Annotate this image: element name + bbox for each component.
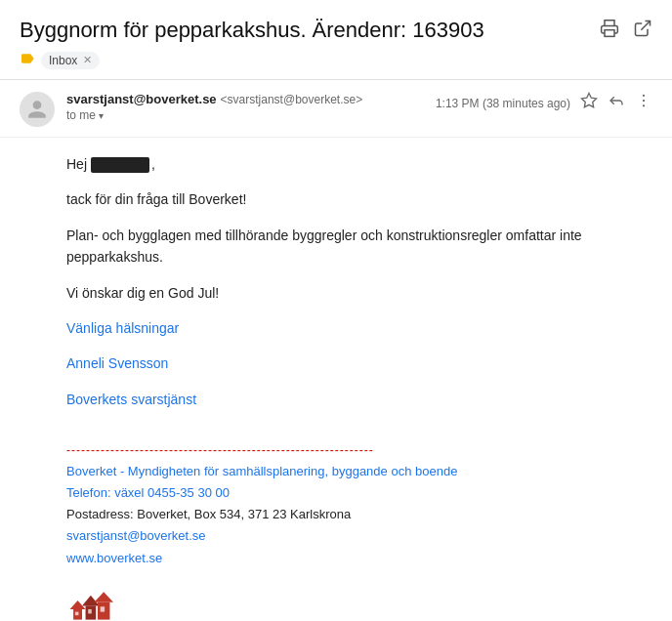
sig-web-link[interactable]: www.boverket.se <box>66 551 162 565</box>
svg-rect-13 <box>88 609 92 613</box>
to-chevron-icon[interactable]: ▾ <box>99 110 104 121</box>
to-label: to me <box>66 108 96 122</box>
email-subject: Byggnorm för pepparkakshus. Ärendenr: 16… <box>20 18 600 43</box>
sender-row: svarstjanst@boverket.se <svarstjanst@bov… <box>0 80 672 138</box>
boverket-logo-svg <box>66 583 145 621</box>
body-paragraph-3: Vi önskar dig en God Jul! <box>66 282 652 304</box>
inbox-tag-label: Inbox <box>49 54 77 67</box>
svg-rect-12 <box>75 611 79 615</box>
email-header: Byggnorm för pepparkakshus. Ärendenr: 16… <box>0 0 672 80</box>
email-body: Hej , tack för din fråga till Boverket! … <box>0 138 672 439</box>
org-name-link[interactable]: Boverkets svarstjänst <box>66 392 196 407</box>
svg-line-1 <box>641 21 650 29</box>
subject-row: Byggnorm för pepparkakshus. Ärendenr: 16… <box>20 18 652 43</box>
body-paragraph-1: tack för din fråga till Boverket! <box>66 188 652 210</box>
sig-org-link[interactable]: Boverket - Myndigheten för samhällsplane… <box>66 464 457 478</box>
label-icon <box>20 51 35 69</box>
svg-point-3 <box>643 95 645 97</box>
svg-marker-2 <box>582 94 597 107</box>
inbox-tag-close[interactable]: ✕ <box>83 54 92 66</box>
avatar <box>20 92 55 127</box>
svg-marker-11 <box>94 592 113 602</box>
greeting-line: Hej , <box>66 153 652 175</box>
star-icon[interactable] <box>580 92 598 114</box>
open-external-icon[interactable] <box>633 19 652 43</box>
boverket-logo: Boverket <box>66 583 652 621</box>
sender-to-row: to me ▾ <box>66 108 424 122</box>
sender-meta: 1:13 PM (38 minutes ago) <box>436 92 652 114</box>
sig-email-row: svarstjanst@boverket.se <box>66 525 652 547</box>
sig-line3: Postadress: Boverket, Box 534, 371 23 Ka… <box>66 504 652 525</box>
header-icons <box>600 19 652 43</box>
action-icons <box>580 92 652 114</box>
greeting-text: Hej <box>66 156 91 172</box>
svg-rect-14 <box>101 606 105 611</box>
sender-name: svarstjanst@boverket.se <box>66 92 217 106</box>
inbox-tag[interactable]: Inbox ✕ <box>41 52 100 69</box>
tag-row: Inbox ✕ <box>20 51 652 69</box>
svg-point-4 <box>643 100 645 102</box>
signature-text: Boverket - Myndigheten för samhällsplane… <box>66 461 652 568</box>
author-name-link[interactable]: Anneli Svensson <box>66 355 168 371</box>
sender-email-address: <svarstjanst@boverket.se> <box>221 93 363 106</box>
org-name: Boverkets svarstjänst <box>66 389 652 410</box>
sig-phone-link[interactable]: Telefon: växel 0455-35 30 00 <box>66 485 230 500</box>
print-icon[interactable] <box>600 19 619 43</box>
more-icon[interactable] <box>635 92 652 114</box>
svg-rect-0 <box>605 29 614 36</box>
sig-line2: Telefon: växel 0455-35 30 00 <box>66 482 652 504</box>
svg-point-5 <box>643 104 645 106</box>
sender-info: svarstjanst@boverket.se <svarstjanst@bov… <box>66 92 424 122</box>
closing-link[interactable]: Vänliga hälsningar <box>66 320 179 336</box>
sig-web-row: www.boverket.se <box>66 548 652 569</box>
redacted-name <box>91 157 149 173</box>
sender-name-row: svarstjanst@boverket.se <svarstjanst@bov… <box>66 92 424 106</box>
sig-email-link[interactable]: svarstjanst@boverket.se <box>66 528 206 543</box>
closing-text: Vänliga hälsningar <box>66 317 652 339</box>
signature-section: ----------------------------------------… <box>0 443 672 621</box>
top-separator: ----------------------------------------… <box>66 443 652 457</box>
body-paragraph-2: Plan- och bygglagen med tillhörande bygg… <box>66 225 652 269</box>
email-container: Byggnorm för pepparkakshus. Ärendenr: 16… <box>0 0 672 621</box>
timestamp: 1:13 PM (38 minutes ago) <box>436 97 570 110</box>
reply-icon[interactable] <box>608 92 625 114</box>
sig-line1: Boverket - Myndigheten för samhällsplane… <box>66 461 652 482</box>
author-name: Anneli Svensson <box>66 352 652 374</box>
